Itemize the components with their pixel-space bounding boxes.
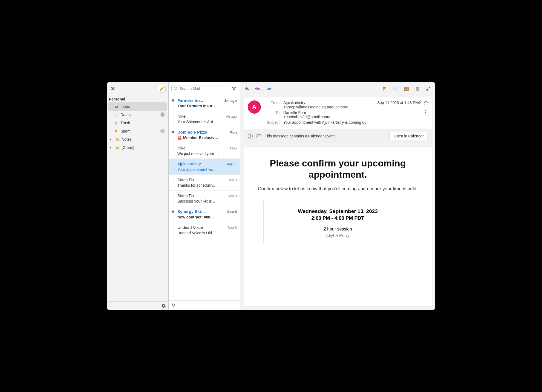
unread-dot-icon [172, 211, 174, 213]
message-subject: Your Shipment is Arri… [177, 120, 237, 124]
message-time: Mon [230, 146, 237, 150]
message-time: 3m ago [224, 99, 237, 103]
svg-rect-6 [257, 136, 258, 137]
message-subject: Your Farmers Insur… [177, 104, 237, 108]
flag-button[interactable] [381, 85, 388, 92]
account-section-title: Personal [107, 95, 168, 102]
message-item[interactable]: Synergy Ski…Sep 8New contract: #00… [169, 206, 240, 222]
list-footer: ↻ [169, 300, 240, 310]
message-item[interactable]: Domino's PizzaMon🚨 Member Exclusiv… [169, 127, 240, 143]
folder-list: InboxDrafts1TrashSpam1Notes[Gmail] [107, 102, 168, 152]
folder-label: Notes [122, 137, 165, 142]
message-subject: Thanks for schedulin… [177, 183, 237, 188]
message-sender: Ajpinkartistry [177, 162, 201, 166]
calendar-event-bar: i This message contains a Calendar Event… [244, 129, 432, 143]
reply-all-button[interactable] [255, 85, 262, 92]
avatar: A [248, 100, 261, 114]
filter-button[interactable] [232, 86, 237, 91]
reply-icon [244, 86, 250, 92]
open-in-calendar-button[interactable]: Open in Calendar [390, 132, 428, 140]
folder-label: Inbox [120, 104, 165, 109]
message-item[interactable]: Farmers Ins…3m agoYour Farmers Insur… [169, 95, 240, 111]
close-button[interactable]: ✕ [109, 85, 116, 92]
more-actions-button[interactable]: ⋮ [423, 109, 428, 115]
folder-badge: 1 [160, 129, 165, 134]
flag-icon [114, 129, 119, 133]
appointment-card: Wednesday, September 13, 2023 2:00 PM - … [263, 200, 412, 244]
sidebar-footer [107, 301, 168, 310]
from-address: <noreply@messaging.squareup.com> [283, 105, 348, 109]
search-input[interactable] [180, 87, 227, 91]
svg-rect-5 [257, 134, 261, 135]
folder-label: Drafts [120, 113, 158, 117]
trash-button[interactable] [414, 85, 421, 92]
expand-icon [426, 86, 431, 91]
from-name: Ajpinkartistry [283, 100, 305, 105]
svg-rect-2 [404, 87, 409, 88]
message-item[interactable]: Stitch FixSep 8Success! Your Fix is … [169, 191, 240, 206]
to-value: Danielle Foré <danirabbit89@gmail.com> [283, 110, 428, 119]
message-item[interactable]: AjpinkartistrySep 11Your appointment wi… [169, 159, 240, 175]
gear-icon [161, 303, 166, 308]
message-subject: Success! Your Fix is … [177, 199, 237, 203]
calendar-icon [256, 133, 261, 139]
refresh-button[interactable]: ↻ [171, 302, 175, 308]
reader-toolbar [240, 82, 435, 95]
message-time: Sep 8 [227, 226, 237, 230]
message-item[interactable]: Undead VoiceSep 8Undead Voice is Hiri… [169, 222, 240, 238]
message-sender: Stitch Fix [177, 193, 194, 198]
message-body: Please confirm your upcoming appointment… [244, 146, 432, 307]
folder-trash[interactable]: Trash [108, 119, 167, 127]
search-box[interactable] [171, 85, 230, 92]
message-item[interactable]: Nike4h agoYour Shipment is Arri… [169, 111, 240, 127]
archive-box-icon [403, 86, 410, 91]
draft-icon [114, 113, 119, 117]
message-sender: Undead Voice [177, 225, 203, 230]
message-sender: Stitch Fix [177, 177, 194, 182]
attachment-icon[interactable] [417, 100, 422, 105]
folder-spam[interactable]: Spam1 [108, 127, 167, 135]
message-sender: Nike [177, 146, 186, 150]
mark-unread-button[interactable] [392, 85, 399, 92]
archive-button[interactable] [403, 85, 410, 92]
body-subtitle: Confirm below to let us know that you're… [253, 186, 422, 192]
star-button[interactable] [423, 100, 428, 105]
message-sender: Farmers Ins… [177, 98, 205, 103]
sidebar: ✕ Personal InboxDrafts1TrashSpam1Notes[G… [107, 82, 169, 310]
folder-icon [115, 137, 120, 141]
list-toolbar [169, 82, 240, 95]
message-list-pane: Farmers Ins…3m agoYour Farmers Insur…Nik… [169, 82, 240, 310]
forward-button[interactable] [266, 85, 273, 92]
folder-notes[interactable]: Notes [108, 135, 167, 143]
fullscreen-button[interactable] [425, 85, 432, 92]
message-sender: Domino's Pizza [177, 130, 207, 134]
folder-inbox[interactable]: Inbox [108, 102, 167, 111]
funnel-icon [232, 86, 237, 91]
svg-rect-7 [258, 136, 259, 137]
settings-button[interactable] [161, 303, 166, 308]
reader-pane: A From: Ajpinkartistry <noreply@messagin… [240, 82, 435, 310]
pencil-icon [159, 86, 164, 91]
appointment-time: 2:00 PM - 4:00 PM PDT [269, 215, 406, 221]
appointment-duration: 2 hour session [269, 227, 406, 232]
search-icon [174, 87, 178, 91]
compose-button[interactable] [158, 85, 166, 93]
folder-label: [Gmail] [122, 145, 165, 150]
reply-button[interactable] [244, 85, 251, 92]
info-icon: i [248, 134, 253, 139]
svg-rect-8 [260, 136, 260, 137]
folder-gmail[interactable]: [Gmail] [108, 143, 167, 152]
message-item[interactable]: NikeMonWe just received your … [169, 143, 240, 159]
message-time: Sep 11 [226, 162, 237, 166]
subject-label: Subject: [265, 120, 281, 125]
folder-icon [115, 146, 120, 149]
calendar-bar-text: This message contains a Calendar Event. [265, 134, 386, 138]
forward-icon [266, 86, 272, 92]
message-time: Mon [229, 130, 237, 134]
mail-window: ✕ Personal InboxDrafts1TrashSpam1Notes[G… [107, 82, 435, 310]
message-time: Sep 8 [227, 178, 237, 182]
action-tools [381, 85, 432, 92]
trash-icon [114, 121, 119, 125]
message-item[interactable]: Stitch FixSep 8Thanks for schedulin… [169, 175, 240, 191]
folder-drafts[interactable]: Drafts1 [108, 111, 167, 119]
